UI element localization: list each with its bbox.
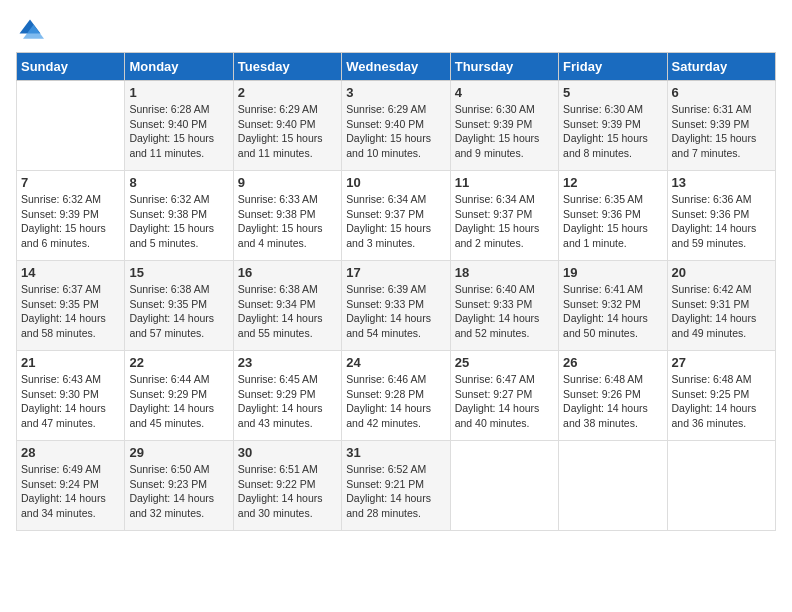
- day-cell: 29Sunrise: 6:50 AM Sunset: 9:23 PM Dayli…: [125, 441, 233, 531]
- week-row-4: 21Sunrise: 6:43 AM Sunset: 9:30 PM Dayli…: [17, 351, 776, 441]
- day-cell: 20Sunrise: 6:42 AM Sunset: 9:31 PM Dayli…: [667, 261, 775, 351]
- day-info: Sunrise: 6:41 AM Sunset: 9:32 PM Dayligh…: [563, 282, 662, 341]
- day-number: 9: [238, 175, 337, 190]
- calendar-table: SundayMondayTuesdayWednesdayThursdayFrid…: [16, 52, 776, 531]
- day-info: Sunrise: 6:30 AM Sunset: 9:39 PM Dayligh…: [455, 102, 554, 161]
- day-info: Sunrise: 6:42 AM Sunset: 9:31 PM Dayligh…: [672, 282, 771, 341]
- day-cell: 15Sunrise: 6:38 AM Sunset: 9:35 PM Dayli…: [125, 261, 233, 351]
- day-info: Sunrise: 6:28 AM Sunset: 9:40 PM Dayligh…: [129, 102, 228, 161]
- day-cell: 19Sunrise: 6:41 AM Sunset: 9:32 PM Dayli…: [559, 261, 667, 351]
- day-number: 22: [129, 355, 228, 370]
- week-row-2: 7Sunrise: 6:32 AM Sunset: 9:39 PM Daylig…: [17, 171, 776, 261]
- day-number: 24: [346, 355, 445, 370]
- day-info: Sunrise: 6:52 AM Sunset: 9:21 PM Dayligh…: [346, 462, 445, 521]
- day-cell: 10Sunrise: 6:34 AM Sunset: 9:37 PM Dayli…: [342, 171, 450, 261]
- day-number: 18: [455, 265, 554, 280]
- day-cell: 22Sunrise: 6:44 AM Sunset: 9:29 PM Dayli…: [125, 351, 233, 441]
- day-cell: 3Sunrise: 6:29 AM Sunset: 9:40 PM Daylig…: [342, 81, 450, 171]
- day-number: 31: [346, 445, 445, 460]
- day-info: Sunrise: 6:29 AM Sunset: 9:40 PM Dayligh…: [346, 102, 445, 161]
- logo-icon: [16, 16, 44, 44]
- day-cell: 13Sunrise: 6:36 AM Sunset: 9:36 PM Dayli…: [667, 171, 775, 261]
- day-cell: 25Sunrise: 6:47 AM Sunset: 9:27 PM Dayli…: [450, 351, 558, 441]
- day-number: 2: [238, 85, 337, 100]
- day-number: 15: [129, 265, 228, 280]
- day-info: Sunrise: 6:29 AM Sunset: 9:40 PM Dayligh…: [238, 102, 337, 161]
- day-info: Sunrise: 6:43 AM Sunset: 9:30 PM Dayligh…: [21, 372, 120, 431]
- day-number: 16: [238, 265, 337, 280]
- day-info: Sunrise: 6:32 AM Sunset: 9:38 PM Dayligh…: [129, 192, 228, 251]
- day-cell: 14Sunrise: 6:37 AM Sunset: 9:35 PM Dayli…: [17, 261, 125, 351]
- day-info: Sunrise: 6:48 AM Sunset: 9:25 PM Dayligh…: [672, 372, 771, 431]
- day-number: 25: [455, 355, 554, 370]
- day-cell: 12Sunrise: 6:35 AM Sunset: 9:36 PM Dayli…: [559, 171, 667, 261]
- day-cell: 28Sunrise: 6:49 AM Sunset: 9:24 PM Dayli…: [17, 441, 125, 531]
- day-number: 12: [563, 175, 662, 190]
- day-number: 21: [21, 355, 120, 370]
- day-info: Sunrise: 6:38 AM Sunset: 9:35 PM Dayligh…: [129, 282, 228, 341]
- header-cell-saturday: Saturday: [667, 53, 775, 81]
- day-cell: 8Sunrise: 6:32 AM Sunset: 9:38 PM Daylig…: [125, 171, 233, 261]
- day-info: Sunrise: 6:49 AM Sunset: 9:24 PM Dayligh…: [21, 462, 120, 521]
- day-number: 17: [346, 265, 445, 280]
- day-info: Sunrise: 6:47 AM Sunset: 9:27 PM Dayligh…: [455, 372, 554, 431]
- day-cell: 6Sunrise: 6:31 AM Sunset: 9:39 PM Daylig…: [667, 81, 775, 171]
- calendar-header: SundayMondayTuesdayWednesdayThursdayFrid…: [17, 53, 776, 81]
- day-number: 30: [238, 445, 337, 460]
- day-cell: 21Sunrise: 6:43 AM Sunset: 9:30 PM Dayli…: [17, 351, 125, 441]
- day-cell: 2Sunrise: 6:29 AM Sunset: 9:40 PM Daylig…: [233, 81, 341, 171]
- day-info: Sunrise: 6:45 AM Sunset: 9:29 PM Dayligh…: [238, 372, 337, 431]
- day-info: Sunrise: 6:37 AM Sunset: 9:35 PM Dayligh…: [21, 282, 120, 341]
- day-info: Sunrise: 6:32 AM Sunset: 9:39 PM Dayligh…: [21, 192, 120, 251]
- logo: [16, 16, 48, 44]
- day-info: Sunrise: 6:31 AM Sunset: 9:39 PM Dayligh…: [672, 102, 771, 161]
- day-cell: 31Sunrise: 6:52 AM Sunset: 9:21 PM Dayli…: [342, 441, 450, 531]
- day-cell: 4Sunrise: 6:30 AM Sunset: 9:39 PM Daylig…: [450, 81, 558, 171]
- header-cell-tuesday: Tuesday: [233, 53, 341, 81]
- day-number: 28: [21, 445, 120, 460]
- day-number: 8: [129, 175, 228, 190]
- day-number: 3: [346, 85, 445, 100]
- day-info: Sunrise: 6:50 AM Sunset: 9:23 PM Dayligh…: [129, 462, 228, 521]
- day-number: 26: [563, 355, 662, 370]
- day-cell: 23Sunrise: 6:45 AM Sunset: 9:29 PM Dayli…: [233, 351, 341, 441]
- day-cell: [667, 441, 775, 531]
- header-cell-friday: Friday: [559, 53, 667, 81]
- day-info: Sunrise: 6:33 AM Sunset: 9:38 PM Dayligh…: [238, 192, 337, 251]
- day-info: Sunrise: 6:40 AM Sunset: 9:33 PM Dayligh…: [455, 282, 554, 341]
- day-info: Sunrise: 6:39 AM Sunset: 9:33 PM Dayligh…: [346, 282, 445, 341]
- day-cell: 9Sunrise: 6:33 AM Sunset: 9:38 PM Daylig…: [233, 171, 341, 261]
- day-cell: 17Sunrise: 6:39 AM Sunset: 9:33 PM Dayli…: [342, 261, 450, 351]
- day-info: Sunrise: 6:35 AM Sunset: 9:36 PM Dayligh…: [563, 192, 662, 251]
- day-cell: [450, 441, 558, 531]
- week-row-5: 28Sunrise: 6:49 AM Sunset: 9:24 PM Dayli…: [17, 441, 776, 531]
- day-number: 7: [21, 175, 120, 190]
- day-number: 29: [129, 445, 228, 460]
- header-row: SundayMondayTuesdayWednesdayThursdayFrid…: [17, 53, 776, 81]
- day-cell: 18Sunrise: 6:40 AM Sunset: 9:33 PM Dayli…: [450, 261, 558, 351]
- day-cell: 16Sunrise: 6:38 AM Sunset: 9:34 PM Dayli…: [233, 261, 341, 351]
- day-number: 6: [672, 85, 771, 100]
- day-number: 5: [563, 85, 662, 100]
- day-info: Sunrise: 6:36 AM Sunset: 9:36 PM Dayligh…: [672, 192, 771, 251]
- day-info: Sunrise: 6:34 AM Sunset: 9:37 PM Dayligh…: [346, 192, 445, 251]
- day-cell: 26Sunrise: 6:48 AM Sunset: 9:26 PM Dayli…: [559, 351, 667, 441]
- page-header: [16, 16, 776, 44]
- day-info: Sunrise: 6:48 AM Sunset: 9:26 PM Dayligh…: [563, 372, 662, 431]
- day-number: 10: [346, 175, 445, 190]
- day-info: Sunrise: 6:46 AM Sunset: 9:28 PM Dayligh…: [346, 372, 445, 431]
- header-cell-sunday: Sunday: [17, 53, 125, 81]
- day-info: Sunrise: 6:44 AM Sunset: 9:29 PM Dayligh…: [129, 372, 228, 431]
- day-info: Sunrise: 6:38 AM Sunset: 9:34 PM Dayligh…: [238, 282, 337, 341]
- calendar-body: 1Sunrise: 6:28 AM Sunset: 9:40 PM Daylig…: [17, 81, 776, 531]
- day-cell: 1Sunrise: 6:28 AM Sunset: 9:40 PM Daylig…: [125, 81, 233, 171]
- week-row-3: 14Sunrise: 6:37 AM Sunset: 9:35 PM Dayli…: [17, 261, 776, 351]
- day-number: 1: [129, 85, 228, 100]
- day-cell: 5Sunrise: 6:30 AM Sunset: 9:39 PM Daylig…: [559, 81, 667, 171]
- day-number: 19: [563, 265, 662, 280]
- week-row-1: 1Sunrise: 6:28 AM Sunset: 9:40 PM Daylig…: [17, 81, 776, 171]
- day-number: 27: [672, 355, 771, 370]
- header-cell-thursday: Thursday: [450, 53, 558, 81]
- header-cell-monday: Monday: [125, 53, 233, 81]
- day-cell: [559, 441, 667, 531]
